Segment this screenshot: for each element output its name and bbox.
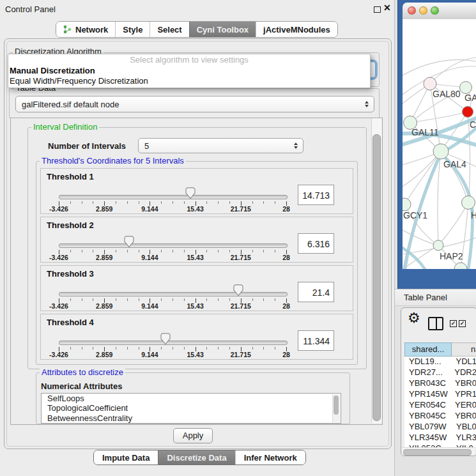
network-node[interactable] [433,144,449,159]
table-row[interactable]: YDR27...YDR2 [404,367,476,378]
close-icon[interactable]: ✕ [383,3,391,13]
threshold-value-field[interactable]: 21.4 [298,282,334,302]
cell-shared-name[interactable]: YBR043C [404,378,450,389]
attribute-list-item[interactable]: BetweennessCentrality [42,413,341,423]
table-row[interactable]: YPR145WYPR1 [404,389,476,400]
cell-shared-name[interactable]: YDR27... [404,367,450,378]
network-node[interactable] [424,77,436,90]
horizontal-scrollbar[interactable] [402,447,475,456]
network-node[interactable] [403,198,411,211]
network-edge [438,203,468,245]
network-node-label: HAP2 [440,251,463,261]
tab-cyni-toolbox[interactable]: Cyni Toolbox [189,22,256,37]
column-header-name[interactable]: na [452,342,476,357]
list-scrollbar-thumb[interactable] [334,395,339,415]
threshold-label: Threshold 1 [47,172,94,181]
list-scrollbar[interactable] [332,394,340,422]
slider-thumb[interactable] [160,333,171,345]
table-row[interactable]: YER054CYER0 [404,400,476,411]
slider-thumb[interactable] [185,187,196,199]
network-node[interactable] [433,240,443,250]
attribute-list-item[interactable]: SelfLoops [42,394,341,403]
table-row[interactable]: YBR043CYBR0 [404,378,476,389]
slider-tick [263,250,264,252]
cell-shared-name[interactable]: YDL19... [404,357,451,367]
number-of-intervals-combobox[interactable]: 5 [138,138,303,153]
apply-button[interactable]: Apply [173,428,213,443]
dropdown-option[interactable]: Equal Width/Frequency Discretization [8,76,370,86]
slider-tick-label: 21.715 [231,254,251,261]
slider-tick-label: 28 [282,254,290,261]
tab-discretize-data[interactable]: Discretize Data [158,450,234,464]
slider-tick [184,347,185,349]
cell-name[interactable]: YLR3 [451,433,476,443]
checkbox-icon[interactable]: ✓ [450,320,457,327]
columns-icon[interactable] [428,317,443,330]
slider-thumb[interactable] [124,236,134,248]
slider-tick-label: 15.43 [187,302,203,310]
cell-name[interactable]: YBR0 [450,411,476,422]
network-node[interactable] [462,196,475,210]
slider-tick [161,201,162,204]
slider-tick [275,201,275,204]
slider-tick [184,250,185,252]
slider-track[interactable] [59,195,288,199]
cell-shared-name[interactable]: YBR045C [404,411,450,422]
cell-shared-name[interactable]: YBL079W [404,422,452,433]
table-row[interactable]: YLR345WYLR3 [404,433,476,443]
table-row[interactable]: YDL19...YDL1 [404,357,476,367]
cell-name[interactable]: YER0 [450,400,476,411]
gear-icon[interactable]: ⚙ [408,310,420,326]
close-traffic-light[interactable] [408,6,416,15]
network-node[interactable] [454,263,467,269]
tab-jactivemnodules[interactable]: jActiveMNodules [256,22,337,37]
threshold-label: Threshold 3 [47,269,94,279]
table-data-combobox[interactable]: galFiltered.sif default node [15,96,374,112]
zoom-traffic-light[interactable] [431,6,439,15]
slider-tick [70,250,71,252]
threshold-value-field[interactable]: 11.344 [298,330,334,351]
slider-tick [263,298,264,301]
cell-name[interactable]: YDR2 [450,367,476,378]
threshold-value-field[interactable]: 6.316 [298,233,334,254]
vertical-scrollbar-thumb[interactable] [372,134,381,421]
checkbox-icon[interactable]: ✓ [459,320,466,327]
slider-thumb[interactable] [233,284,243,296]
slider-tick [93,298,93,301]
dropdown-option[interactable]: Manual Discretization [8,66,370,76]
threshold-value-field[interactable]: 14.713 [298,185,334,205]
tab-infer-network[interactable]: Infer Network [235,450,305,464]
threshold-panel: Threshold 2-3.4262.8599.14415.4321.71528… [40,217,353,263]
slider-tick [218,347,219,349]
table-row[interactable]: YBL079WYBL0 [404,422,476,433]
slider-tick-label: 15.43 [187,351,203,358]
slider-track[interactable] [59,341,288,345]
tab-style[interactable]: Style [115,22,150,37]
cell-name[interactable]: YBL0 [452,422,476,433]
cell-shared-name[interactable]: YLR345W [404,433,451,443]
minimize-traffic-light[interactable] [419,6,427,15]
cell-shared-name[interactable]: YPR145W [404,389,450,400]
column-header-shared-name[interactable]: shared... [404,342,452,357]
table-row[interactable]: YBR045CYBR0 [404,411,476,422]
slider-track[interactable] [59,292,288,296]
cell-name[interactable]: YBR0 [450,378,476,389]
slider-tick-label: -3.426 [49,254,68,261]
cell-name[interactable]: YDL1 [451,357,476,367]
horizontal-scrollbar-thumb[interactable] [403,449,472,456]
cell-shared-name[interactable]: YER054C [404,400,450,411]
attribute-list-item[interactable]: TopologicalCoefficient [42,403,341,413]
tab-impute-data[interactable]: Impute Data [94,450,158,464]
tab-network[interactable]: Network [56,22,115,37]
slider-tick [139,201,139,204]
float-window-icon[interactable] [374,6,381,13]
slider-tick-label: 28 [282,205,290,213]
cell-name[interactable]: YPR1 [450,389,476,400]
slider-track[interactable] [59,243,288,248]
network-canvas[interactable]: GAL80GACGAL11GAL4GCY1HHAP2 [403,19,476,269]
network-node[interactable] [463,107,473,118]
tab-select[interactable]: Select [150,22,188,37]
numerical-attributes-list[interactable]: SelfLoopsTopologicalCoefficientBetweenne… [41,393,341,424]
network-node[interactable] [460,82,472,94]
slider-tick [229,347,230,349]
